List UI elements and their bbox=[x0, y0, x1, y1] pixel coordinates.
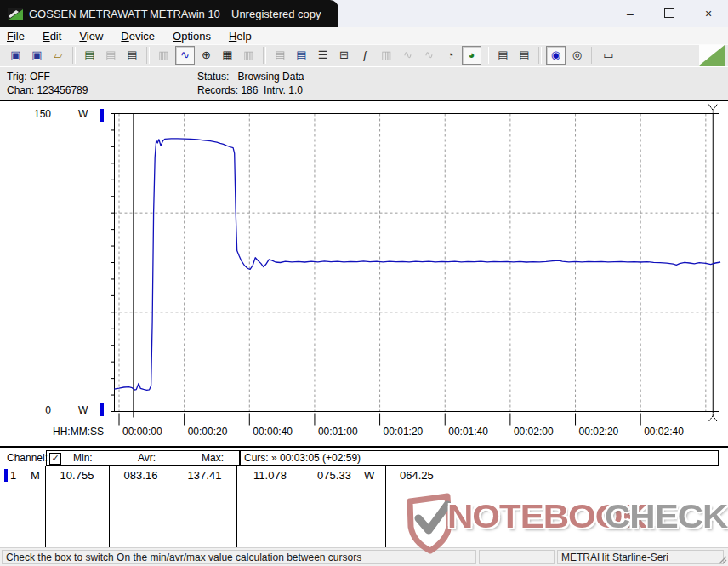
toolbar-separator bbox=[263, 47, 266, 64]
menu-file[interactable]: File bbox=[7, 30, 25, 43]
channel-color-bar bbox=[4, 469, 8, 482]
save-as-icon: ▣ bbox=[31, 49, 42, 61]
y-axis-channel-marker-top bbox=[100, 109, 104, 122]
open-file-icon: ▱ bbox=[54, 49, 63, 61]
cursor-diff-value: 064.25 bbox=[400, 469, 434, 482]
app-title: METRAwin 10 bbox=[150, 8, 220, 20]
column-divider bbox=[45, 466, 46, 547]
max-value: 137.41 bbox=[173, 469, 236, 482]
waveform-b-icon: ∿ bbox=[424, 49, 434, 61]
print-button[interactable]: ▤ bbox=[515, 46, 534, 65]
y-axis-unit-top: W bbox=[78, 108, 88, 120]
column-divider bbox=[719, 466, 719, 547]
cursor-crosshair-icon: ⊕ bbox=[202, 49, 211, 61]
tooltip-bubble-icon: ▭ bbox=[603, 49, 613, 61]
cursor-header: Curs: » 00:03:05 (+02:59) bbox=[244, 452, 361, 464]
statusbar-empty-panel bbox=[479, 550, 555, 564]
column-divider bbox=[109, 466, 110, 547]
chart-panel: 150 W 0 W HH:MM:SS 00:00:0000:00:2000:00… bbox=[0, 101, 728, 446]
resize-grip-icon[interactable] bbox=[719, 556, 727, 564]
menu-help[interactable]: Help bbox=[229, 30, 252, 43]
copy-with-time-button[interactable]: ◔ bbox=[441, 46, 460, 65]
device-send-button[interactable]: ▤ bbox=[80, 46, 100, 65]
formula-fx-icon: ƒ bbox=[362, 49, 368, 61]
column-divider bbox=[304, 466, 304, 547]
channel-mode: M bbox=[31, 469, 40, 482]
zoom-waveform-button[interactable]: ◉ bbox=[546, 46, 566, 65]
device-list-icon: ☰ bbox=[318, 49, 328, 61]
data-table-icon: ▦ bbox=[222, 49, 232, 61]
max-header: Max: bbox=[202, 452, 224, 464]
menu-options[interactable]: Options bbox=[173, 30, 211, 43]
menu-edit[interactable]: Edit bbox=[43, 30, 61, 43]
device-send-icon: ▤ bbox=[84, 49, 94, 61]
cursor-right-value: 075.33 bbox=[304, 469, 364, 482]
y-axis-unit-bottom: W bbox=[78, 404, 88, 416]
menu-device[interactable]: Device bbox=[121, 30, 155, 43]
trig-label: Trig: OFF bbox=[7, 71, 50, 83]
open-file-button[interactable]: ▱ bbox=[48, 46, 68, 65]
maximize-button[interactable] bbox=[650, 0, 689, 27]
device-memory-button[interactable]: ▤ bbox=[122, 46, 142, 65]
waveform-a-button[interactable]: ∿ bbox=[398, 46, 418, 65]
toolbar-separator bbox=[146, 47, 150, 64]
menu-bar: FileEditViewDeviceOptionsHelp bbox=[0, 27, 728, 44]
tooltip-bubble-button[interactable]: ▭ bbox=[599, 46, 618, 65]
toolbar: ▣▣▱▤▤▤▥∿⊕▦▥▤▤☰⊟ƒ▥∿∿◔◕▤▤◉◎▭ bbox=[0, 44, 728, 66]
print-preview-button[interactable]: ▤ bbox=[493, 46, 513, 65]
graph-view-button[interactable]: ∿ bbox=[175, 46, 195, 65]
save-data-icon: ▣ bbox=[10, 49, 20, 61]
toolbar-corner-badge bbox=[699, 45, 725, 66]
title-bar: GOSSEN METRAWATT METRAwin 10 Unregistere… bbox=[0, 0, 728, 27]
pc-connection-button[interactable]: ⊟ bbox=[334, 46, 354, 65]
close-button[interactable]: × bbox=[689, 0, 728, 27]
device-disconnect-icon: ▤ bbox=[105, 49, 116, 61]
minmax-checkbox[interactable]: ✓ bbox=[49, 453, 61, 465]
cursor-value-table: Channel: ✓ Min: Avr: Max: Curs: » 00:03:… bbox=[0, 446, 728, 547]
save-data-button[interactable]: ▣ bbox=[6, 46, 26, 65]
maximize-icon bbox=[664, 8, 674, 18]
copy-with-time-icon: ◔ bbox=[447, 49, 454, 61]
avr-header: Avr: bbox=[138, 452, 156, 464]
cursor-right-bottom-handle-icon bbox=[708, 412, 717, 422]
toolbar-separator bbox=[591, 47, 594, 64]
x-axis-title: HH:MM:SS bbox=[53, 426, 104, 437]
toolbar-separator bbox=[72, 47, 76, 64]
device-config-button[interactable]: ▤ bbox=[270, 46, 290, 65]
timer-record-button[interactable]: ◕ bbox=[462, 46, 481, 65]
minimize-button[interactable]: – bbox=[611, 0, 650, 27]
statusbar-hint: Check the box to switch On the min/avr/m… bbox=[2, 550, 476, 564]
y-axis-channel-marker-bottom bbox=[100, 403, 104, 416]
timer-record-icon: ◕ bbox=[469, 49, 475, 61]
device-download-icon: ▤ bbox=[296, 49, 306, 61]
app-logo-icon bbox=[8, 8, 23, 20]
statusbar-device-name: METRAHit Starline-Seri bbox=[557, 550, 724, 564]
formula-fx-button[interactable]: ƒ bbox=[355, 46, 375, 65]
statistics-icon: ▥ bbox=[243, 49, 253, 61]
chart-svg[interactable] bbox=[114, 103, 728, 443]
cursor-right-top-handle-icon bbox=[708, 105, 717, 114]
numeric-display-icon: ▥ bbox=[158, 49, 168, 61]
save-as-button[interactable]: ▣ bbox=[27, 46, 47, 65]
numeric-display-button[interactable]: ▥ bbox=[154, 46, 173, 65]
green-triangle-icon bbox=[699, 45, 725, 66]
zoom-curve-button[interactable]: ◎ bbox=[567, 46, 587, 65]
device-disconnect-button[interactable]: ▤ bbox=[101, 46, 121, 65]
device-list-button[interactable]: ☰ bbox=[313, 46, 333, 65]
waveform-b-button[interactable]: ∿ bbox=[419, 46, 439, 65]
avr-value: 083.16 bbox=[109, 469, 173, 482]
records-label: Records: 186 Intrv. 1.0 bbox=[197, 84, 303, 96]
panel-display-icon: ▥ bbox=[381, 49, 391, 61]
device-download-button[interactable]: ▤ bbox=[292, 46, 311, 65]
toolbar-separator bbox=[538, 47, 542, 64]
statistics-button[interactable]: ▥ bbox=[239, 46, 259, 65]
license-label: Unregistered copy bbox=[231, 8, 321, 20]
menu-view[interactable]: View bbox=[79, 30, 103, 43]
column-divider bbox=[385, 466, 386, 547]
min-value: 10.755 bbox=[45, 469, 109, 482]
zoom-waveform-icon: ◉ bbox=[551, 49, 560, 61]
status-label: Status: Browsing Data bbox=[197, 71, 304, 83]
panel-display-button[interactable]: ▥ bbox=[377, 46, 396, 65]
cursor-crosshair-button[interactable]: ⊕ bbox=[196, 46, 216, 65]
data-table-button[interactable]: ▦ bbox=[218, 46, 237, 65]
